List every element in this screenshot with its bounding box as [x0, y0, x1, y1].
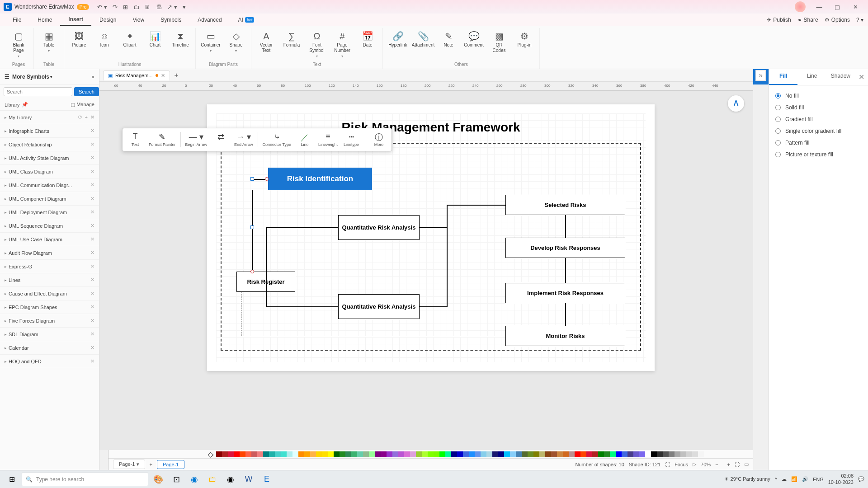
color-swatch[interactable]	[304, 451, 310, 457]
connector[interactable]	[252, 190, 253, 272]
color-swatch[interactable]	[345, 451, 351, 457]
color-swatch[interactable]	[340, 451, 345, 457]
collapse-panel-icon[interactable]: «	[91, 74, 94, 80]
color-swatch[interactable]	[504, 451, 510, 457]
color-swatch[interactable]	[481, 451, 486, 457]
pin-icon[interactable]: 📌	[22, 102, 28, 108]
color-swatch[interactable]	[292, 451, 298, 457]
box-risk-identification[interactable]: Risk Identification	[268, 168, 372, 190]
connector[interactable]	[565, 215, 566, 238]
color-swatch[interactable]	[569, 451, 575, 457]
color-swatch[interactable]	[563, 451, 569, 457]
connector[interactable]	[266, 306, 338, 307]
ribbon-font-symbol-button[interactable]: ΩFont Symbol▾	[306, 30, 328, 60]
ribbon-icon-button[interactable]: ☺Icon	[93, 30, 116, 49]
zoom-in-button[interactable]: +	[727, 462, 730, 467]
color-swatch[interactable]	[269, 451, 275, 457]
word-icon[interactable]: W	[241, 473, 257, 486]
color-swatch[interactable]	[240, 451, 245, 457]
wifi-icon[interactable]: 📶	[791, 476, 797, 482]
ctx-begin-arrow-button[interactable]: — ▾Begin Arrow	[185, 132, 208, 147]
color-swatch[interactable]	[598, 451, 604, 457]
library-item[interactable]: ▸UML Communication Diagr...✕	[0, 178, 99, 192]
symbols-dropdown-icon[interactable]: ▾	[50, 75, 52, 79]
color-swatch[interactable]	[657, 451, 663, 457]
box-develop-responses[interactable]: Develop Risk Responses	[505, 238, 625, 258]
menu-ai[interactable]: AI hot	[230, 14, 263, 25]
explorer-icon[interactable]: 🗀	[204, 473, 221, 486]
fill-tab[interactable]: Fill	[769, 69, 797, 85]
color-swatch[interactable]	[357, 451, 363, 457]
connector[interactable]	[447, 205, 448, 307]
page-tab[interactable]: Page-1	[157, 460, 184, 469]
color-swatch[interactable]	[363, 451, 369, 457]
redo-button[interactable]: ↷	[113, 4, 118, 10]
color-swatch[interactable]	[510, 451, 516, 457]
ribbon-attachment-button[interactable]: 📎Attachment	[412, 30, 434, 49]
manage-button[interactable]: ▢ Manage	[71, 102, 94, 108]
connector[interactable]	[266, 227, 338, 228]
taskbar-search[interactable]: 🔍 Type here to search	[22, 473, 148, 486]
color-swatch[interactable]	[287, 451, 292, 457]
color-swatch[interactable]	[692, 451, 698, 457]
fill-option[interactable]: Pattern fill	[775, 137, 862, 149]
color-swatch[interactable]	[663, 451, 669, 457]
language-icon[interactable]: ENG	[813, 477, 824, 482]
color-swatch[interactable]	[387, 451, 392, 457]
color-swatch[interactable]	[475, 451, 481, 457]
color-swatch[interactable]	[528, 451, 533, 457]
onedrive-icon[interactable]: ☁	[782, 476, 787, 482]
menu-view[interactable]: View	[124, 14, 152, 25]
color-swatch[interactable]	[633, 451, 639, 457]
undo-button[interactable]: ↶ ▾	[97, 4, 107, 10]
symbols-hamburger-icon[interactable]: ☰	[5, 74, 9, 80]
selection-handle[interactable]	[250, 270, 254, 273]
connector[interactable]	[447, 205, 505, 206]
ribbon-plug-in-button[interactable]: ⚙Plug-in	[513, 30, 536, 49]
color-swatch[interactable]	[498, 451, 504, 457]
color-swatch[interactable]	[551, 451, 557, 457]
color-swatch[interactable]	[428, 451, 434, 457]
ai-badge[interactable]: Λ	[728, 95, 744, 112]
ribbon-clipart-button[interactable]: ✦Clipart	[118, 30, 141, 49]
library-item[interactable]: ▸Cause and Effect Diagram✕	[0, 287, 99, 300]
connector[interactable]	[565, 258, 566, 283]
library-item[interactable]: ▸EPC Diagram Shapes✕	[0, 300, 99, 314]
menu-home[interactable]: Home	[29, 14, 60, 25]
connector-dashed[interactable]	[241, 336, 565, 336]
connector[interactable]	[420, 306, 447, 307]
shadow-tab[interactable]: Shadow	[826, 69, 855, 85]
help-button[interactable]: ? ▾	[856, 17, 863, 23]
color-swatch[interactable]	[651, 451, 657, 457]
chrome-icon[interactable]: ◉	[222, 473, 239, 486]
color-swatch[interactable]	[434, 451, 439, 457]
selection-handle[interactable]	[250, 177, 254, 181]
symbol-search-button[interactable]: Search	[74, 87, 99, 96]
color-swatch[interactable]	[234, 451, 240, 457]
ribbon-note-button[interactable]: ✎Note	[437, 30, 460, 49]
focus-button[interactable]: Focus	[675, 462, 688, 467]
library-item[interactable]: ▸Object Relationship✕	[0, 138, 99, 151]
color-swatch[interactable]	[322, 451, 328, 457]
color-swatch[interactable]	[298, 451, 304, 457]
fill-option[interactable]: Picture or texture fill	[775, 149, 862, 160]
ribbon-vector-text-button[interactable]: AVector Text	[255, 30, 278, 54]
color-swatch[interactable]	[263, 451, 269, 457]
library-item[interactable]: ▸HOQ and QFD✕	[0, 355, 99, 368]
library-item[interactable]: ▸Five Forces Diagram✕	[0, 314, 99, 328]
library-item[interactable]: ▸UML Component Diagram✕	[0, 192, 99, 206]
ribbon-table-button[interactable]: ▦Table▾	[38, 30, 60, 54]
color-swatch[interactable]	[369, 451, 375, 457]
expand-right-panel-icon[interactable]: »	[755, 70, 766, 81]
box-selected-risks[interactable]: Selected Risks	[505, 195, 625, 215]
box-qra-2[interactable]: Quantitative Risk Analysis	[338, 294, 420, 319]
selection-handle[interactable]	[265, 177, 269, 181]
library-item[interactable]: ▸UML Deployment Diagram✕	[0, 206, 99, 219]
ribbon-blank-page-button[interactable]: ▢Blank Page▾	[7, 30, 30, 60]
color-swatch[interactable]	[310, 451, 316, 457]
color-swatch[interactable]	[698, 451, 704, 457]
library-item[interactable]: ▸UML Class Diagram✕	[0, 165, 99, 178]
color-swatch[interactable]	[316, 451, 322, 457]
color-swatch[interactable]	[257, 451, 263, 457]
color-swatch[interactable]	[557, 451, 563, 457]
